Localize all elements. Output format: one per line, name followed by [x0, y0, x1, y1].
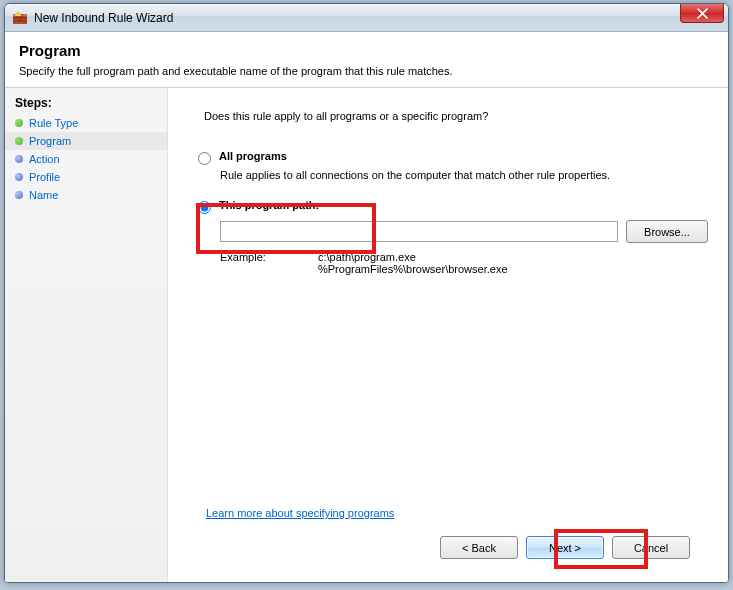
- wizard-footer: < Back Next > Cancel: [204, 533, 708, 575]
- options-group: All programs Rule applies to all connect…: [198, 150, 708, 275]
- learn-more-link[interactable]: Learn more about specifying programs: [206, 507, 708, 519]
- option-this-program[interactable]: This program path:: [198, 199, 708, 214]
- example-text: c:\path\program.exe %ProgramFiles%\brows…: [318, 251, 508, 275]
- step-profile[interactable]: Profile: [5, 168, 167, 186]
- wizard-content: Does this rule apply to all programs or …: [168, 88, 728, 583]
- step-label: Action: [29, 153, 60, 165]
- radio-all-programs[interactable]: [198, 152, 211, 165]
- page-heading: Program: [19, 42, 714, 59]
- step-bullet-icon: [15, 173, 23, 181]
- steps-label: Steps:: [5, 94, 167, 114]
- cancel-button[interactable]: Cancel: [612, 536, 690, 559]
- step-action[interactable]: Action: [5, 150, 167, 168]
- step-bullet-icon: [15, 155, 23, 163]
- titlebar: New Inbound Rule Wizard: [5, 4, 728, 32]
- example-label: Example:: [220, 251, 288, 275]
- question-text: Does this rule apply to all programs or …: [204, 110, 708, 122]
- option-path-label: This program path:: [219, 199, 319, 211]
- option-all-programs[interactable]: All programs: [198, 150, 708, 165]
- step-bullet-icon: [15, 119, 23, 127]
- step-name[interactable]: Name: [5, 186, 167, 204]
- option-all-label: All programs: [219, 150, 287, 162]
- step-label: Profile: [29, 171, 60, 183]
- close-button[interactable]: [680, 4, 724, 23]
- program-path-input[interactable]: [220, 221, 618, 242]
- example-row: Example: c:\path\program.exe %ProgramFil…: [220, 251, 708, 275]
- wizard-window: New Inbound Rule Wizard Program Specify …: [4, 3, 729, 583]
- step-program[interactable]: Program: [5, 132, 167, 150]
- wizard-body: Steps: Rule Type Program Action Profile …: [5, 88, 728, 583]
- step-label: Name: [29, 189, 58, 201]
- browse-button[interactable]: Browse...: [626, 220, 708, 243]
- step-bullet-icon: [15, 137, 23, 145]
- step-rule-type[interactable]: Rule Type: [5, 114, 167, 132]
- firewall-icon: [12, 10, 28, 26]
- step-bullet-icon: [15, 191, 23, 199]
- back-button[interactable]: < Back: [440, 536, 518, 559]
- step-label: Rule Type: [29, 117, 78, 129]
- program-path-row: Browse...: [220, 220, 708, 243]
- close-icon: [697, 8, 708, 19]
- next-button[interactable]: Next >: [526, 536, 604, 559]
- radio-this-program[interactable]: [198, 201, 211, 214]
- step-label: Program: [29, 135, 71, 147]
- window-title: New Inbound Rule Wizard: [34, 11, 173, 25]
- page-subtitle: Specify the full program path and execut…: [19, 65, 714, 77]
- steps-sidebar: Steps: Rule Type Program Action Profile …: [5, 88, 168, 583]
- option-all-desc: Rule applies to all connections on the c…: [220, 169, 708, 181]
- wizard-header: Program Specify the full program path an…: [5, 32, 728, 88]
